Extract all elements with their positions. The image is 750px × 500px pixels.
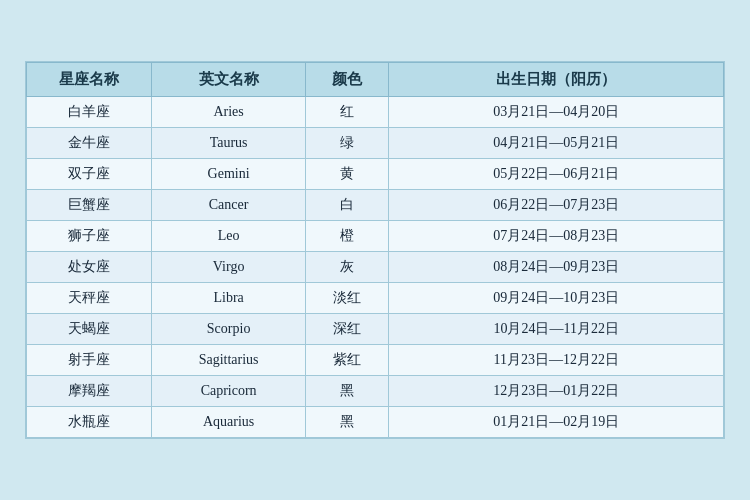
cell-chinese: 白羊座 — [27, 97, 152, 128]
zodiac-table-container: 星座名称 英文名称 颜色 出生日期（阳历） 白羊座Aries红03月21日—04… — [25, 61, 725, 439]
table-row: 巨蟹座Cancer白06月22日—07月23日 — [27, 190, 724, 221]
header-date: 出生日期（阳历） — [389, 63, 724, 97]
cell-chinese: 射手座 — [27, 345, 152, 376]
table-row: 天蝎座Scorpio深红10月24日—11月22日 — [27, 314, 724, 345]
cell-chinese: 天蝎座 — [27, 314, 152, 345]
cell-date: 03月21日—04月20日 — [389, 97, 724, 128]
cell-english: Cancer — [152, 190, 305, 221]
cell-color: 黑 — [305, 376, 389, 407]
cell-english: Taurus — [152, 128, 305, 159]
cell-color: 绿 — [305, 128, 389, 159]
table-row: 狮子座Leo橙07月24日—08月23日 — [27, 221, 724, 252]
cell-english: Aquarius — [152, 407, 305, 438]
cell-date: 04月21日—05月21日 — [389, 128, 724, 159]
header-chinese: 星座名称 — [27, 63, 152, 97]
cell-date: 10月24日—11月22日 — [389, 314, 724, 345]
cell-date: 09月24日—10月23日 — [389, 283, 724, 314]
table-row: 处女座Virgo灰08月24日—09月23日 — [27, 252, 724, 283]
cell-chinese: 水瓶座 — [27, 407, 152, 438]
cell-color: 红 — [305, 97, 389, 128]
table-row: 天秤座Libra淡红09月24日—10月23日 — [27, 283, 724, 314]
cell-color: 黑 — [305, 407, 389, 438]
table-row: 白羊座Aries红03月21日—04月20日 — [27, 97, 724, 128]
cell-color: 橙 — [305, 221, 389, 252]
cell-color: 黄 — [305, 159, 389, 190]
cell-date: 07月24日—08月23日 — [389, 221, 724, 252]
header-english: 英文名称 — [152, 63, 305, 97]
cell-date: 08月24日—09月23日 — [389, 252, 724, 283]
table-row: 金牛座Taurus绿04月21日—05月21日 — [27, 128, 724, 159]
table-row: 射手座Sagittarius紫红11月23日—12月22日 — [27, 345, 724, 376]
cell-english: Capricorn — [152, 376, 305, 407]
cell-english: Leo — [152, 221, 305, 252]
cell-english: Sagittarius — [152, 345, 305, 376]
cell-color: 深红 — [305, 314, 389, 345]
cell-color: 紫红 — [305, 345, 389, 376]
cell-chinese: 金牛座 — [27, 128, 152, 159]
cell-color: 灰 — [305, 252, 389, 283]
cell-date: 01月21日—02月19日 — [389, 407, 724, 438]
cell-english: Gemini — [152, 159, 305, 190]
table-header-row: 星座名称 英文名称 颜色 出生日期（阳历） — [27, 63, 724, 97]
cell-english: Scorpio — [152, 314, 305, 345]
header-color: 颜色 — [305, 63, 389, 97]
table-row: 摩羯座Capricorn黑12月23日—01月22日 — [27, 376, 724, 407]
cell-date: 11月23日—12月22日 — [389, 345, 724, 376]
table-row: 双子座Gemini黄05月22日—06月21日 — [27, 159, 724, 190]
cell-color: 淡红 — [305, 283, 389, 314]
cell-english: Libra — [152, 283, 305, 314]
cell-english: Aries — [152, 97, 305, 128]
cell-chinese: 天秤座 — [27, 283, 152, 314]
cell-chinese: 狮子座 — [27, 221, 152, 252]
table-row: 水瓶座Aquarius黑01月21日—02月19日 — [27, 407, 724, 438]
cell-date: 12月23日—01月22日 — [389, 376, 724, 407]
cell-chinese: 巨蟹座 — [27, 190, 152, 221]
cell-english: Virgo — [152, 252, 305, 283]
cell-date: 05月22日—06月21日 — [389, 159, 724, 190]
cell-chinese: 处女座 — [27, 252, 152, 283]
cell-chinese: 摩羯座 — [27, 376, 152, 407]
cell-color: 白 — [305, 190, 389, 221]
zodiac-table: 星座名称 英文名称 颜色 出生日期（阳历） 白羊座Aries红03月21日—04… — [26, 62, 724, 438]
cell-date: 06月22日—07月23日 — [389, 190, 724, 221]
cell-chinese: 双子座 — [27, 159, 152, 190]
